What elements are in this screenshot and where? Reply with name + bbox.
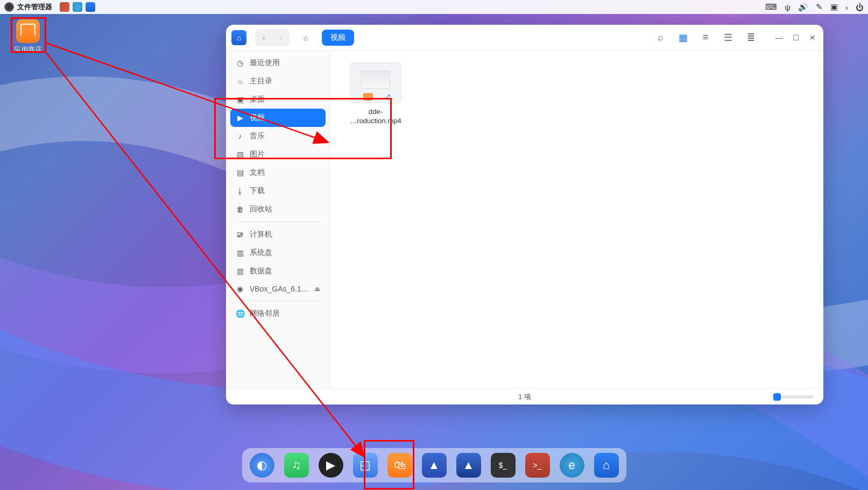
battery-icon[interactable]: ▣ [830, 2, 838, 12]
dock-terminal-root[interactable]: >_ [525, 453, 550, 478]
forward-button[interactable]: › [272, 29, 290, 46]
music-icon: ♪ [236, 132, 244, 140]
maximize-button[interactable]: ☐ [793, 33, 800, 42]
menubar-shortcuts [60, 2, 95, 12]
video-thumbnail-icon: ↗ [350, 62, 401, 103]
dock-mail-client[interactable]: ▲ [456, 453, 481, 478]
sidebar-item-vbox[interactable]: ◉VBox_GAs_6.1…⏏ [230, 280, 326, 297]
dock-edge-browser[interactable]: e [560, 453, 584, 478]
sidebar: ◷最近使用 ⌂主目录 ▣桌面 ▶视频 ♪音乐 ▧图片 ▤文档 ⭳下载 🗑回收站 … [226, 51, 330, 388]
view-list-icon[interactable]: ≡ [700, 32, 711, 43]
file-manager-window: ⌂ ‹ › ⌂ 视频 ⌕ ▦ ≡ ☰ ≣ — ☐ ✕ ◷最近使用 ⌂主目录 ▣桌… [226, 25, 823, 404]
sidebar-item-network[interactable]: 🌐网络邻居 [230, 304, 326, 323]
dock-mail[interactable]: ▲ [422, 453, 447, 478]
clock-icon: ◷ [236, 59, 244, 67]
dock-music[interactable]: ♫ [284, 453, 309, 478]
menu-icon[interactable]: ≣ [745, 32, 756, 43]
dock-launcher[interactable]: ◐ [250, 453, 274, 478]
volume-icon[interactable]: 🔊 [798, 2, 808, 12]
sidebar-item-computer[interactable]: 🖳计算机 [230, 225, 326, 244]
dock-video-player[interactable]: ▶ [319, 453, 343, 478]
sidebar-item-system-disk[interactable]: ▥系统盘 [230, 244, 326, 262]
sidebar-item-videos[interactable]: ▶视频 [230, 109, 326, 127]
menubar: 文件管理器 ⌨ ψ 🔊 ✎ ▣ › ⏻ [0, 0, 868, 14]
download-icon: ⭳ [236, 187, 244, 195]
sidebar-item-trash[interactable]: 🗑回收站 [230, 200, 326, 218]
file-name: dde- …roduction.mp4 [342, 108, 409, 126]
sidebar-item-music[interactable]: ♪音乐 [230, 127, 326, 145]
status-text: 1 项 [518, 392, 531, 402]
view-grid-icon[interactable]: ▦ [678, 32, 688, 43]
folder-badge-icon [363, 93, 373, 101]
dock-app-store[interactable]: 🛍 [387, 453, 412, 478]
globe-icon: 🌐 [236, 309, 244, 318]
minimize-button[interactable]: — [775, 33, 783, 42]
deepin-logo-icon[interactable] [4, 2, 14, 12]
usb-icon[interactable]: ψ [785, 3, 791, 12]
keyboard-icon[interactable]: ⌨ [765, 2, 777, 12]
disk-icon: ▥ [236, 248, 244, 257]
desktop-icon: ▣ [236, 95, 244, 104]
titlebar: ⌂ ‹ › ⌂ 视频 ⌕ ▦ ≡ ☰ ≣ — ☐ ✕ [226, 25, 823, 51]
sidebar-item-documents[interactable]: ▤文档 [230, 164, 326, 182]
file-grid[interactable]: ↗ dde- …roduction.mp4 [330, 51, 823, 388]
shortcut-edge-icon[interactable] [73, 2, 82, 12]
image-icon: ▧ [236, 150, 244, 159]
path-current[interactable]: 视频 [322, 30, 354, 46]
zoom-slider[interactable] [775, 395, 814, 399]
desktop-icon-appstore[interactable]: 应用商店 [13, 19, 43, 55]
search-icon[interactable]: ⌕ [655, 32, 666, 43]
shortcut-filemanager-icon[interactable] [86, 2, 95, 12]
video-icon: ▶ [236, 113, 244, 122]
home-icon: ⌂ [236, 77, 244, 86]
dock-screenshot[interactable]: ◱ [353, 453, 378, 478]
brush-icon[interactable]: ✎ [816, 2, 823, 12]
back-button[interactable]: ‹ [255, 29, 272, 46]
nav-buttons: ‹ › [255, 29, 290, 46]
dock-file-manager[interactable]: ⌂ [594, 453, 619, 478]
close-button[interactable]: ✕ [809, 33, 816, 42]
disc-icon: ◉ [236, 285, 244, 293]
disk-icon: ▥ [236, 267, 244, 275]
sidebar-item-desktop[interactable]: ▣桌面 [230, 90, 326, 109]
active-app-name[interactable]: 文件管理器 [17, 2, 52, 12]
sidebar-separator [236, 222, 320, 222]
eject-icon[interactable]: ⏏ [314, 285, 320, 293]
view-compact-icon[interactable]: ☰ [723, 32, 733, 43]
sidebar-separator [236, 301, 320, 301]
sidebar-item-recent[interactable]: ◷最近使用 [230, 54, 326, 72]
home-button[interactable]: ⌂ [297, 29, 314, 46]
document-icon: ▤ [236, 168, 244, 177]
power-icon[interactable]: ⏻ [856, 3, 864, 12]
dock: ◐ ♫ ▶ ◱ 🛍 ▲ ▲ $_ >_ e ⌂ [242, 448, 626, 482]
sidebar-item-downloads[interactable]: ⭳下载 [230, 182, 326, 200]
statusbar: 1 项 [226, 388, 823, 404]
desktop-icon-label: 应用商店 [13, 45, 43, 55]
sidebar-item-pictures[interactable]: ▧图片 [230, 145, 326, 164]
appstore-icon [16, 19, 40, 43]
share-badge-icon: ↗ [385, 92, 391, 101]
sidebar-item-data-disk[interactable]: ▥数据盘 [230, 262, 326, 280]
toolbar-right: ⌕ ▦ ≡ ☰ ≣ — ☐ ✕ [655, 32, 816, 43]
chevron-right-icon[interactable]: › [845, 3, 848, 12]
shortcut-terminal-icon[interactable] [60, 2, 69, 12]
system-tray: ⌨ ψ 🔊 ✎ ▣ › ⏻ [765, 2, 864, 12]
file-item[interactable]: ↗ dde- …roduction.mp4 [338, 58, 413, 130]
dock-terminal[interactable]: $_ [491, 453, 516, 478]
sidebar-item-home[interactable]: ⌂主目录 [230, 72, 326, 90]
filemanager-logo-icon[interactable]: ⌂ [231, 30, 246, 45]
trash-icon: 🗑 [236, 205, 244, 214]
computer-icon: 🖳 [236, 230, 244, 239]
